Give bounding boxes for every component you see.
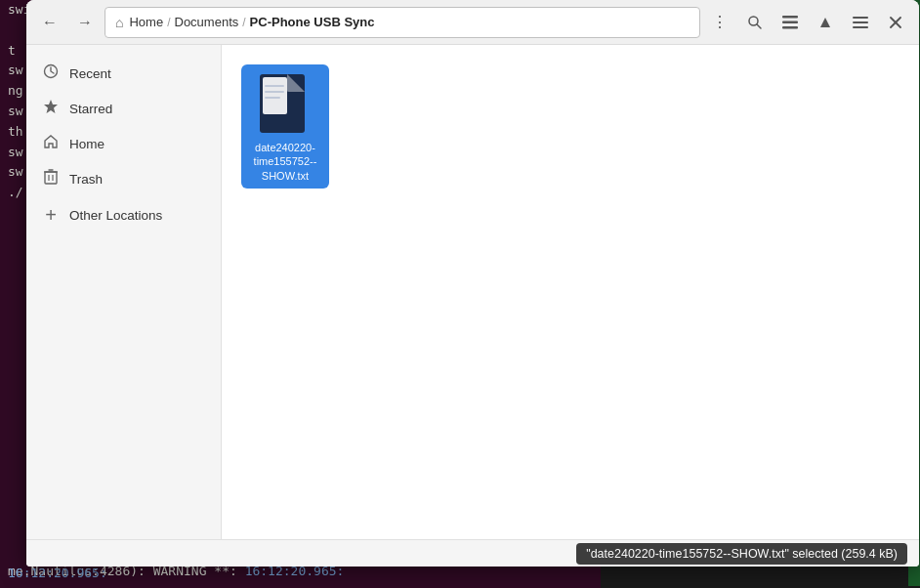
trash-icon: [42, 169, 60, 189]
file-icon-wrapper: [256, 70, 314, 139]
svg-rect-3: [782, 21, 798, 23]
svg-rect-2: [782, 16, 798, 19]
search-button[interactable]: [739, 7, 771, 38]
status-text: "date240220-time155752--SHOW.txt" select…: [576, 543, 907, 565]
hamburger-button[interactable]: [845, 7, 876, 38]
sort-button[interactable]: [810, 7, 841, 38]
sidebar-item-other-locations-label: Other Locations: [69, 208, 162, 223]
status-bar: "date240220-time155752--SHOW.txt" select…: [26, 539, 919, 567]
back-button[interactable]: ←: [34, 7, 65, 38]
breadcrumb-bar: ⌂ Home / Documents / PC-Phone USB Sync: [105, 7, 700, 38]
close-icon: [890, 17, 901, 28]
sidebar-item-starred-label: Starred: [69, 102, 112, 116]
svg-rect-13: [45, 172, 57, 184]
terminal-time-value: 16:12:20.965:: [8, 566, 107, 580]
svg-rect-6: [853, 17, 868, 19]
sidebar: Recent Starred Home: [26, 45, 222, 539]
home-nav-icon: [42, 134, 60, 153]
sidebar-item-recent-label: Recent: [69, 66, 111, 81]
sidebar-item-starred[interactable]: Starred: [26, 92, 221, 125]
file-label: date240220- time155752-- SHOW.txt: [254, 141, 317, 183]
sidebar-item-other-locations[interactable]: + Other Locations: [26, 197, 221, 233]
sidebar-item-trash-label: Trash: [69, 172, 103, 187]
recent-icon: [42, 63, 60, 83]
file-icon: [258, 72, 313, 137]
svg-rect-7: [853, 21, 868, 23]
sidebar-item-home-label: Home: [69, 137, 105, 151]
breadcrumb-documents[interactable]: Documents: [175, 15, 239, 29]
search-icon: [747, 15, 763, 30]
file-manager-window: ← → ⌂ Home / Documents / PC-Phone USB Sy…: [26, 0, 919, 567]
sidebar-item-trash[interactable]: Trash: [26, 162, 221, 195]
svg-line-1: [757, 24, 761, 28]
breadcrumb-home[interactable]: Home: [129, 15, 163, 29]
list-view-icon: [782, 16, 798, 29]
svg-marker-5: [820, 18, 830, 27]
sort-icon: [820, 18, 830, 27]
list-view-button[interactable]: [774, 7, 806, 38]
main-content[interactable]: date240220- time155752-- SHOW.txt: [222, 45, 919, 539]
close-button[interactable]: [880, 7, 911, 38]
forward-button[interactable]: →: [69, 7, 101, 38]
breadcrumb-sep-1: /: [167, 16, 170, 29]
file-item[interactable]: date240220- time155752-- SHOW.txt: [241, 64, 329, 189]
breadcrumb-current: PC-Phone USB Sync: [250, 15, 375, 29]
svg-rect-8: [853, 26, 868, 28]
svg-rect-4: [782, 26, 798, 29]
svg-marker-12: [44, 100, 58, 113]
sidebar-item-recent[interactable]: Recent: [26, 57, 221, 90]
starred-icon: [42, 99, 60, 118]
svg-rect-17: [263, 77, 287, 114]
breadcrumb-sep-2: /: [242, 16, 245, 29]
more-menu-button[interactable]: ⋮: [704, 7, 735, 38]
home-icon: ⌂: [115, 15, 123, 30]
toolbar: ← → ⌂ Home / Documents / PC-Phone USB Sy…: [26, 0, 919, 45]
terminal-time-display: 16:12:20.965:: [8, 566, 107, 580]
hamburger-icon: [853, 17, 868, 28]
sidebar-item-home[interactable]: Home: [26, 127, 221, 160]
other-locations-icon: +: [42, 204, 60, 227]
file-manager-body: Recent Starred Home: [26, 45, 919, 539]
